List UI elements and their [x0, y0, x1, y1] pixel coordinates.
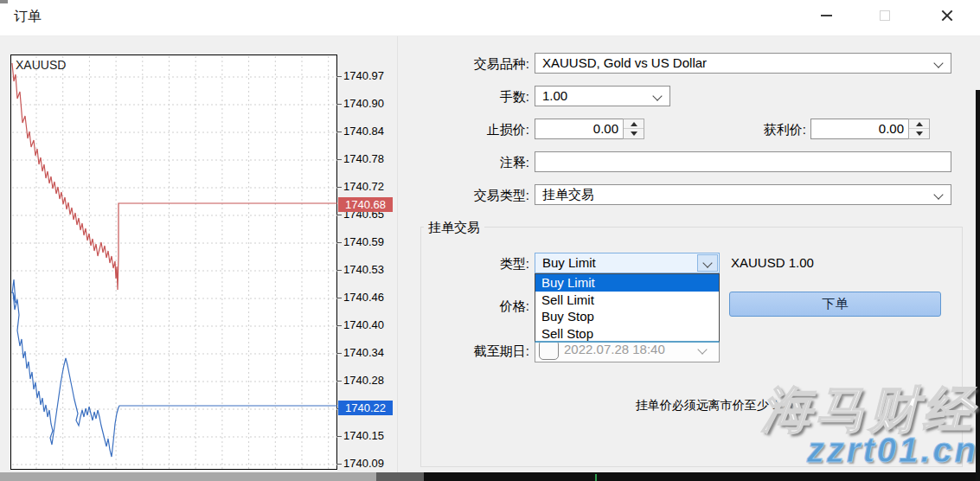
order-summary: XAUUSD 1.00	[731, 255, 814, 270]
chevron-down-icon	[698, 346, 707, 355]
take-profit-spinner	[908, 119, 930, 139]
comment-input[interactable]	[535, 151, 951, 172]
axis-label: 1740.84	[343, 125, 394, 138]
order-type-option[interactable]: Sell Limit	[535, 292, 719, 309]
trade-type-combobox[interactable]: 挂单交易	[535, 184, 951, 205]
order-type-dropdown-list: Buy LimitSell LimitBuy StopSell Stop	[535, 273, 720, 343]
minimize-icon	[821, 15, 832, 16]
chevron-down-icon	[703, 260, 712, 268]
combobox-dropdown-zone[interactable]	[697, 254, 718, 272]
spin-up-button[interactable]	[909, 119, 929, 129]
axis-label: 1740.78	[343, 152, 394, 165]
screen-corner-artifact	[0, 0, 8, 3]
spin-down-button[interactable]	[909, 129, 929, 138]
axis-label: 1740.72	[343, 180, 394, 193]
background-strip	[376, 472, 424, 481]
chevron-down-icon	[934, 60, 943, 68]
background-strip	[0, 472, 376, 481]
arrow-down-icon	[631, 131, 637, 136]
take-profit-value: 0.00	[879, 121, 904, 136]
symbol-value: XAUUSD, Gold vs US Dollar	[542, 55, 707, 70]
axis-label: 1740.90	[343, 97, 394, 110]
volume-combobox[interactable]: 1.00	[535, 86, 670, 106]
price-label: 价格:	[417, 298, 529, 315]
axis-label: 1740.28	[343, 374, 394, 387]
axis-label: 1740.15	[343, 429, 394, 442]
arrow-up-icon	[631, 122, 637, 126]
symbol-combobox[interactable]: XAUUSD, Gold vs US Dollar	[535, 53, 951, 74]
axis-label: 1740.34	[343, 346, 394, 359]
comment-label: 注释:	[417, 155, 529, 171]
volume-value: 1.00	[542, 88, 567, 103]
maximize-button[interactable]	[865, 0, 905, 31]
chevron-down-icon	[653, 93, 662, 101]
background-strip	[424, 472, 980, 481]
axis-label: 1740.59	[343, 235, 394, 248]
axis-label: 1740.40	[343, 318, 394, 331]
order-type-value: Buy Limit	[542, 255, 596, 270]
stop-loss-label: 止损价:	[417, 122, 529, 138]
axis-label: 1740.09	[343, 457, 394, 470]
arrow-down-icon	[916, 131, 923, 136]
axis-label: 1740.46	[343, 291, 394, 304]
chevron-down-icon	[934, 191, 943, 200]
ask-price-badge: 1740.68	[338, 197, 393, 212]
tick-chart[interactable]: XAUUSD	[10, 55, 337, 470]
place-order-button[interactable]: 下单	[729, 292, 941, 317]
trade-type-value: 挂单交易	[542, 187, 594, 203]
take-profit-input[interactable]: 0.00	[810, 119, 930, 139]
watermark-url: zzrt01.cn	[807, 431, 978, 470]
axis-label: 1740.97	[343, 69, 394, 82]
close-icon	[940, 9, 954, 22]
stop-loss-input[interactable]: 0.00	[535, 119, 644, 139]
bid-price-badge: 1740.22	[338, 401, 393, 415]
close-button[interactable]	[927, 0, 967, 31]
window-title: 订单	[14, 8, 42, 26]
expiry-value: 2022.07.28 18:40	[564, 342, 695, 356]
title-bar: 订单	[0, 0, 980, 36]
panel-divider	[397, 36, 398, 472]
take-profit-label: 获利价:	[694, 122, 806, 138]
expiry-checkbox[interactable]	[539, 340, 559, 360]
background-strip-marker	[595, 474, 597, 481]
expiry-label: 截至期日:	[417, 343, 529, 360]
axis-label: 1740.53	[343, 263, 394, 276]
order-type-label: 类型:	[417, 256, 529, 273]
arrow-up-icon	[916, 122, 923, 126]
chart-symbol-label: XAUUSD	[16, 58, 66, 72]
order-type-option[interactable]: Sell Stop	[535, 325, 719, 343]
spin-up-button[interactable]	[624, 119, 644, 129]
pending-order-group-title: 挂单交易	[424, 220, 484, 236]
order-type-option[interactable]: Buy Stop	[535, 308, 719, 325]
spin-down-button[interactable]	[624, 129, 644, 138]
stop-loss-spinner	[623, 119, 644, 139]
stop-loss-value: 0.00	[593, 121, 618, 136]
order-type-combobox[interactable]: Buy Limit	[535, 253, 720, 273]
tick-chart-canvas	[11, 55, 338, 471]
volume-label: 手数:	[417, 89, 529, 106]
symbol-label: 交易品种:	[417, 56, 529, 73]
trade-type-label: 交易类型:	[417, 188, 529, 204]
maximize-icon	[880, 10, 890, 21]
order-type-option[interactable]: Buy Limit	[535, 274, 719, 292]
minimize-button[interactable]	[806, 0, 846, 31]
